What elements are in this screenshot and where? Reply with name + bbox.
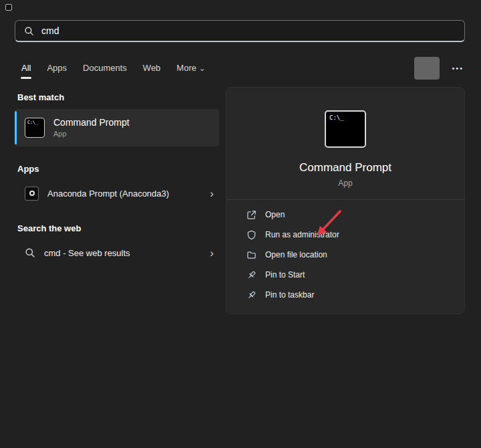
search-filter-tabs: All Apps Documents Web More⌄ ••• (21, 59, 465, 78)
best-match-header: Best match (17, 92, 219, 102)
search-bar[interactable] (15, 20, 465, 42)
preview-subtitle: App (226, 179, 464, 188)
action-pin-to-taskbar[interactable]: Pin to taskbar (247, 285, 464, 305)
preview-title: Command Prompt (226, 161, 464, 175)
result-anaconda-prompt[interactable]: Anaconda Prompt (Anaconda3) › (15, 181, 219, 206)
folder-icon (247, 250, 257, 260)
chevron-down-icon: ⌄ (199, 64, 205, 72)
result-subtitle: App (53, 129, 130, 139)
result-label: Anaconda Prompt (Anaconda3) (47, 189, 169, 199)
tab-more[interactable]: More⌄ (176, 63, 205, 74)
anaconda-prompt-icon (25, 187, 39, 201)
result-title: Command Prompt (53, 116, 130, 129)
chevron-right-icon: › (210, 247, 214, 259)
command-prompt-icon-large: C:\_ (325, 110, 366, 148)
search-web-header: Search the web (17, 223, 219, 233)
action-open-file-location[interactable]: Open file location (247, 245, 464, 265)
selection-accent-bar (15, 111, 17, 144)
open-icon (247, 210, 257, 220)
options-ellipsis-button[interactable]: ••• (450, 62, 465, 75)
results-column: Best match C:\_ Command Prompt App Apps … (15, 92, 219, 265)
search-input[interactable] (41, 25, 456, 36)
search-icon (25, 247, 35, 258)
action-list: Open Run as administrator Open file loca… (226, 200, 464, 305)
pin-icon (247, 270, 257, 280)
highlighted-toolbar-button[interactable] (414, 57, 440, 80)
action-run-as-administrator[interactable]: Run as administrator (247, 225, 464, 245)
result-label: cmd - See web results (44, 248, 130, 258)
pin-icon (247, 290, 257, 300)
action-open[interactable]: Open (247, 205, 464, 225)
shield-icon (247, 230, 257, 240)
search-icon (24, 26, 34, 36)
result-command-prompt[interactable]: C:\_ Command Prompt App (15, 109, 219, 146)
tab-web[interactable]: Web (143, 63, 161, 74)
action-pin-to-start[interactable]: Pin to Start (247, 265, 464, 285)
tab-apps[interactable]: Apps (47, 63, 67, 74)
tab-all[interactable]: All (21, 63, 31, 74)
tab-documents[interactable]: Documents (83, 63, 127, 74)
result-web-search-cmd[interactable]: cmd - See web results › (15, 240, 219, 265)
preview-panel: C:\_ Command Prompt App Open Run as admi… (226, 87, 465, 314)
command-prompt-icon: C:\_ (25, 118, 45, 138)
background-window-icon (5, 4, 12, 11)
apps-header: Apps (17, 164, 219, 174)
chevron-right-icon: › (210, 188, 214, 199)
